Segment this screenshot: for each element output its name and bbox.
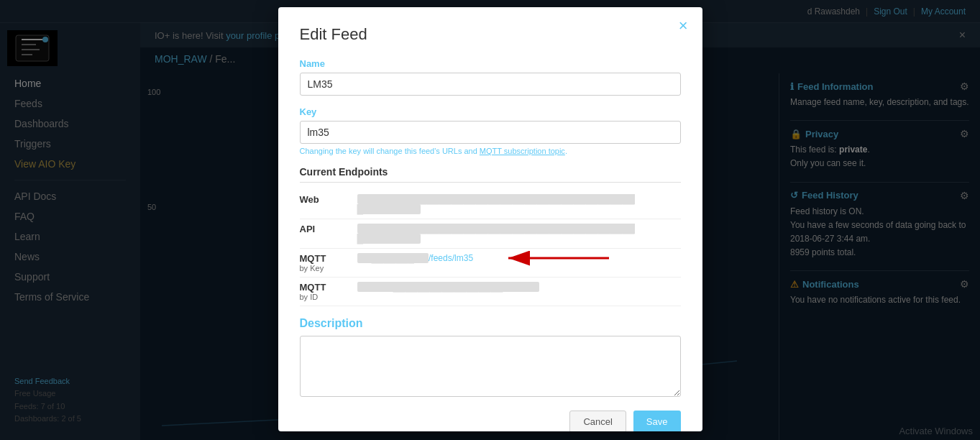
endpoints-title: Current Endpoints [300,166,681,183]
edit-feed-modal: Edit Feed × Name Key Changing the key wi… [278,7,702,431]
endpoint-row-api: API ████████████████████████████████████… [300,219,681,249]
name-input[interactable] [300,73,681,96]
endpoint-label-api: API [300,224,357,234]
save-button[interactable]: Save [633,411,681,431]
name-label: Name [300,58,681,69]
endpoint-value-mqtt-key: ███████/feeds/lm35 [357,253,681,263]
key-input[interactable] [300,121,681,144]
description-field-group: Description [300,317,681,400]
endpoint-value-mqtt-id: ██████████████████ [357,282,681,292]
cancel-button[interactable]: Cancel [569,411,626,431]
endpoint-value-web: █████████████████████████████████████ [357,194,681,214]
arrow-annotation [415,245,616,274]
endpoint-row-web: Web ████████████████████████████████████… [300,190,681,219]
name-field-group: Name [300,58,681,96]
modal-overlay: Edit Feed × Name Key Changing the key wi… [0,0,980,440]
key-hint: Changing the key will change this feed's… [300,147,681,155]
endpoint-label-mqtt-key: MQTT by Key [300,253,357,272]
endpoint-row-mqtt-key: MQTT by Key ███████/feeds/lm35 [300,249,681,278]
modal-close-button[interactable]: × [679,18,688,34]
endpoint-label-web: Web [300,194,357,205]
description-label: Description [300,317,681,330]
mqtt-link[interactable]: MQTT subscription topic [480,147,565,155]
endpoints-section: Current Endpoints Web ██████████████████… [300,166,681,306]
endpoint-value-api: █████████████████████████████████████ [357,224,681,244]
endpoint-sublabel-mqtt-id: by ID [300,293,357,301]
endpoint-row-mqtt-id: MQTT by ID ██████████████████ [300,278,681,306]
endpoint-label-mqtt-id: MQTT by ID [300,282,357,301]
endpoint-sublabel-mqtt-key: by Key [300,264,357,272]
key-label: Key [300,106,681,117]
modal-footer: Cancel Save [300,411,681,431]
modal-title: Edit Feed [300,25,681,44]
description-textarea[interactable] [300,336,681,397]
key-field-group: Key Changing the key will change this fe… [300,106,681,155]
